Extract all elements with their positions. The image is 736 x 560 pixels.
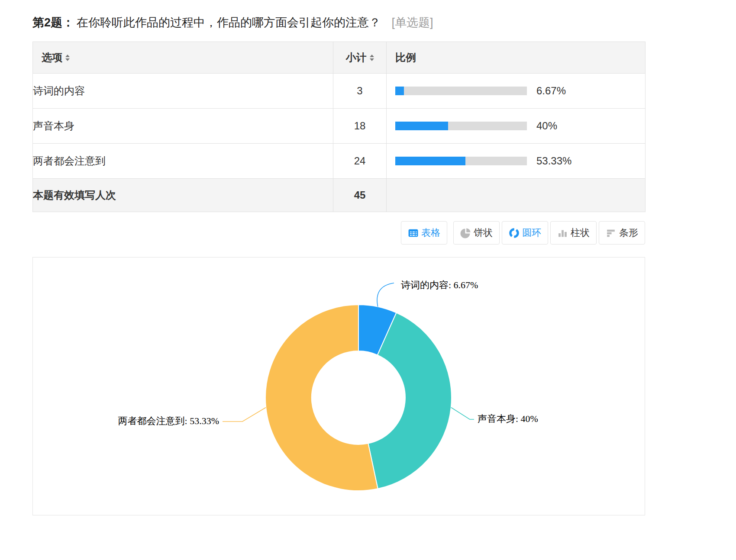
ratio-cell: 53.33% bbox=[387, 144, 646, 179]
ratio-bar-track bbox=[395, 87, 527, 95]
ratio-bar-fill bbox=[395, 122, 448, 130]
table-row: 声音本身18 40% bbox=[33, 109, 646, 144]
column-header-ratio-label: 比例 bbox=[395, 51, 416, 64]
chart-label-leader-line bbox=[223, 408, 266, 422]
sort-icon bbox=[65, 55, 70, 61]
chart-type-button-label: 表格 bbox=[421, 226, 440, 239]
chart-label-leader-line bbox=[451, 408, 474, 420]
footer-empty-cell bbox=[387, 179, 646, 212]
chart-type-button-表格[interactable]: 表格 bbox=[401, 221, 447, 245]
survey-result-page: 第2题：在你聆听此作品的过程中，作品的哪方面会引起你的注意？ [单选题] 选项 … bbox=[32, 0, 645, 515]
question-title: 第2题：在你聆听此作品的过程中，作品的哪方面会引起你的注意？ [单选题] bbox=[32, 15, 645, 30]
column-icon bbox=[557, 228, 568, 238]
chart-slice-label: 声音本身: 40% bbox=[478, 413, 538, 424]
ratio-percent-label: 53.33% bbox=[536, 155, 571, 167]
chart-type-button-label: 圆环 bbox=[522, 226, 541, 239]
column-header-count[interactable]: 小计 bbox=[333, 42, 387, 74]
chart-type-button-label: 条形 bbox=[619, 226, 638, 239]
chart-type-button-圆环[interactable]: 圆环 bbox=[502, 221, 548, 245]
option-cell: 声音本身 bbox=[33, 109, 333, 144]
option-cell: 诗词的内容 bbox=[33, 74, 333, 109]
option-cell: 两者都会注意到 bbox=[33, 144, 333, 179]
count-cell: 3 bbox=[333, 74, 387, 109]
count-cell: 18 bbox=[333, 109, 387, 144]
ratio-cell: 6.67% bbox=[387, 74, 646, 109]
results-table: 选项 小计 比例 诗词的内容3 bbox=[32, 42, 646, 212]
column-header-count-label: 小计 bbox=[346, 51, 367, 64]
bar-icon bbox=[606, 228, 617, 238]
footer-count-cell: 45 bbox=[333, 179, 387, 212]
ratio-bar-track bbox=[395, 157, 527, 165]
chart-type-toolbar: 表格饼状圆环柱状条形 bbox=[32, 221, 645, 245]
footer-label-cell: 本题有效填写人次 bbox=[33, 179, 333, 212]
chart-type-button-label: 饼状 bbox=[474, 226, 493, 239]
column-header-option[interactable]: 选项 bbox=[33, 42, 333, 74]
pie-icon bbox=[460, 228, 471, 238]
table-row: 诗词的内容3 6.67% bbox=[33, 74, 646, 109]
ratio-percent-label: 6.67% bbox=[536, 85, 566, 97]
sort-icon bbox=[370, 55, 374, 61]
table-header-row: 选项 小计 比例 bbox=[33, 42, 646, 74]
question-type-tag: [单选题] bbox=[392, 16, 433, 29]
chart-type-button-柱状[interactable]: 柱状 bbox=[550, 221, 597, 245]
ratio-percent-label: 40% bbox=[536, 120, 557, 132]
donut-chart: 诗词的内容: 6.67%声音本身: 40%两者都会注意到: 53.33% bbox=[33, 257, 645, 515]
column-header-ratio: 比例 bbox=[387, 42, 646, 74]
chart-label-leader-line bbox=[377, 283, 394, 307]
column-header-option-label: 选项 bbox=[42, 51, 62, 64]
table-footer-row: 本题有效填写人次45 bbox=[33, 179, 646, 212]
question-text: 在你聆听此作品的过程中，作品的哪方面会引起你的注意？ bbox=[77, 16, 381, 29]
chart-type-button-饼状[interactable]: 饼状 bbox=[453, 221, 500, 245]
ratio-bar-fill bbox=[395, 157, 465, 165]
donut-chart-panel: 诗词的内容: 6.67%声音本身: 40%两者都会注意到: 53.33% bbox=[32, 257, 645, 515]
ratio-bar-track bbox=[395, 122, 527, 130]
ratio-bar-fill bbox=[395, 87, 404, 95]
count-cell: 24 bbox=[333, 144, 387, 179]
table-row: 两者都会注意到24 53.33% bbox=[33, 144, 646, 179]
question-number: 第2题： bbox=[32, 16, 74, 29]
ratio-cell: 40% bbox=[387, 109, 646, 144]
donut-icon bbox=[509, 228, 520, 238]
table-icon bbox=[408, 228, 419, 238]
chart-slice-label: 诗词的内容: 6.67% bbox=[401, 280, 478, 290]
chart-type-button-label: 柱状 bbox=[571, 226, 590, 239]
chart-slice-label: 两者都会注意到: 53.33% bbox=[118, 415, 219, 426]
chart-type-button-条形[interactable]: 条形 bbox=[599, 221, 645, 245]
